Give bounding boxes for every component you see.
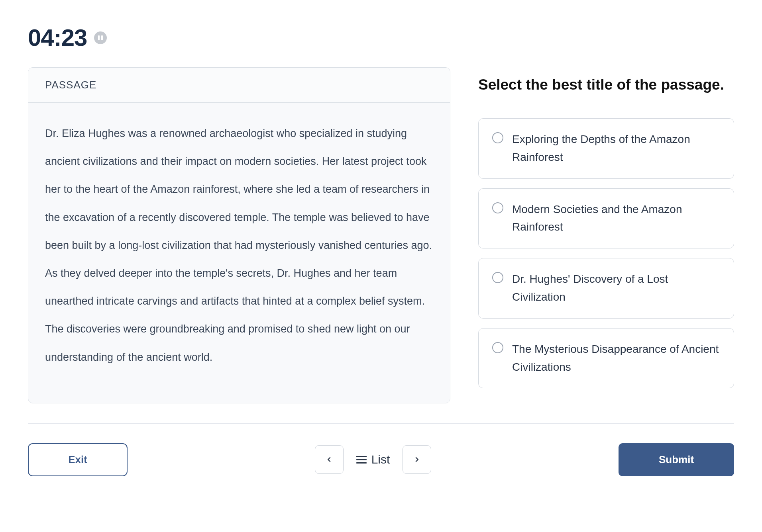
radio-icon — [492, 132, 503, 143]
pause-button[interactable] — [94, 31, 107, 44]
option-1[interactable]: Exploring the Depths of the Amazon Rainf… — [478, 118, 734, 179]
list-button[interactable]: List — [352, 453, 394, 466]
content-area: PASSAGE Dr. Eliza Hughes was a renowned … — [28, 67, 734, 403]
option-label: Modern Societies and the Amazon Rainfore… — [512, 201, 720, 237]
option-2[interactable]: Modern Societies and the Amazon Rainfore… — [478, 188, 734, 249]
timer-value: 04:23 — [28, 24, 87, 51]
footer: Exit List Submit — [28, 443, 734, 476]
chevron-left-icon — [325, 455, 334, 464]
next-button[interactable] — [403, 445, 431, 474]
option-label: The Mysterious Disappearance of Ancient … — [512, 340, 720, 376]
prev-button[interactable] — [315, 445, 344, 474]
pause-icon — [98, 35, 103, 40]
radio-icon — [492, 342, 503, 353]
question-prompt: Select the best title of the passage. — [478, 75, 734, 94]
list-label: List — [371, 453, 390, 466]
radio-icon — [492, 202, 503, 213]
radio-icon — [492, 272, 503, 283]
exit-button[interactable]: Exit — [28, 443, 128, 476]
question-panel: Select the best title of the passage. Ex… — [478, 67, 734, 403]
option-3[interactable]: Dr. Hughes' Discovery of a Lost Civiliza… — [478, 258, 734, 319]
option-4[interactable]: The Mysterious Disappearance of Ancient … — [478, 328, 734, 389]
option-label: Dr. Hughes' Discovery of a Lost Civiliza… — [512, 270, 720, 306]
chevron-right-icon — [412, 455, 421, 464]
passage-body: Dr. Eliza Hughes was a renowned archaeol… — [28, 103, 450, 403]
passage-panel: PASSAGE Dr. Eliza Hughes was a renowned … — [28, 67, 450, 403]
options-list: Exploring the Depths of the Amazon Rainf… — [478, 118, 734, 388]
nav-group: List — [315, 445, 432, 474]
timer-row: 04:23 — [28, 24, 734, 51]
submit-button[interactable]: Submit — [619, 443, 734, 476]
list-icon — [356, 456, 367, 464]
passage-header: PASSAGE — [28, 68, 450, 103]
option-label: Exploring the Depths of the Amazon Rainf… — [512, 131, 720, 166]
divider — [28, 423, 734, 424]
